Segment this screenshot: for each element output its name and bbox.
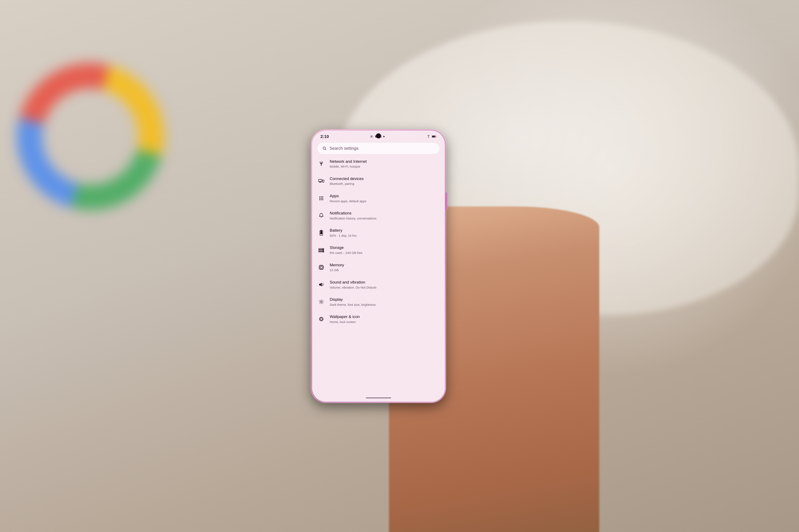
settings-item-sound[interactable]: Sound and vibration Volume, vibration, D…	[312, 276, 445, 293]
settings-item-memory[interactable]: Memory 12 GB	[312, 259, 445, 276]
svg-line-7	[325, 149, 326, 150]
memory-item-subtitle: 12 GB	[330, 268, 440, 272]
connected-devices-item-subtitle: Bluetooth, pairing	[330, 182, 440, 186]
search-icon	[322, 146, 327, 150]
apps-item-subtitle: Recent apps, default apps	[330, 199, 440, 203]
svg-point-15	[321, 196, 322, 197]
sound-icon	[317, 280, 326, 289]
wallpaper-item-subtitle: Home, lock screen	[330, 320, 440, 324]
svg-point-3	[428, 137, 429, 138]
google-logo-background	[17, 63, 164, 210]
notifications-item-title: Notifications	[330, 211, 440, 216]
battery-icon	[317, 229, 326, 237]
svg-rect-5	[432, 136, 435, 137]
screen-content: 2:10	[312, 130, 445, 402]
notifications-item-subtitle: Notification history, conversations	[330, 216, 440, 221]
settings-item-battery[interactable]: Battery 60% · 1 day, 14 hrs	[312, 224, 445, 241]
sound-item-subtitle: Volume, vibration, Do Not Disturb	[330, 285, 440, 290]
battery-item-title: Battery	[330, 228, 440, 233]
connected-devices-item-text: Connected devices Bluetooth, pairing	[330, 176, 440, 186]
battery-status-icon	[432, 135, 436, 138]
svg-marker-46	[319, 283, 322, 286]
settings-item-wallpaper[interactable]: Wallpaper & icon Home, lock screen	[312, 310, 445, 328]
svg-point-16	[322, 196, 323, 197]
bottom-bar	[312, 395, 445, 402]
settings-item-display[interactable]: Display Dark theme, font size, brightnes…	[312, 293, 445, 310]
apps-icon	[317, 194, 326, 203]
wallpaper-item-title: Wallpaper & icon	[330, 314, 440, 320]
camera-hole	[376, 133, 381, 138]
svg-rect-25	[321, 231, 322, 234]
svg-point-0	[371, 136, 372, 137]
svg-rect-32	[320, 265, 323, 269]
svg-rect-11	[319, 182, 322, 183]
storage-icon	[317, 246, 326, 254]
svg-point-20	[320, 199, 320, 200]
display-icon	[317, 298, 326, 306]
settings-item-storage[interactable]: Storage 6% used – 240 GB free	[312, 241, 445, 259]
wifi-icon	[317, 159, 326, 168]
svg-point-49	[320, 318, 322, 320]
svg-point-31	[323, 252, 323, 252]
notifications-item-text: Notifications Notification history, conv…	[330, 211, 440, 220]
svg-marker-2	[383, 136, 385, 137]
sound-item-text: Sound and vibration Volume, vibration, D…	[330, 280, 440, 289]
status-right-icons	[426, 135, 436, 138]
settings-list: Network and Internet Mobile, Wi-Fi, hots…	[312, 154, 445, 395]
apps-item-title: Apps	[330, 193, 440, 199]
svg-point-14	[320, 196, 320, 197]
connected-devices-item-title: Connected devices	[330, 176, 440, 182]
svg-point-30	[323, 250, 323, 251]
phone-screen: 2:10	[312, 130, 445, 402]
svg-point-18	[321, 198, 322, 199]
display-item-title: Display	[330, 297, 440, 302]
storage-item-text: Storage 6% used – 240 GB free	[330, 245, 440, 255]
home-indicator	[366, 397, 391, 398]
network-item-subtitle: Mobile, Wi-Fi, hotspot	[330, 165, 440, 169]
wallpaper-icon	[317, 315, 326, 323]
phone-wrapper: 2:10	[311, 130, 446, 403]
storage-item-subtitle: 6% used – 240 GB free	[330, 251, 440, 255]
settings-status-icon	[370, 135, 373, 138]
memory-item-title: Memory	[330, 263, 440, 268]
devices-icon	[317, 177, 326, 185]
svg-rect-33	[320, 266, 322, 268]
svg-point-8	[321, 165, 322, 166]
wallpaper-item-text: Wallpaper & icon Home, lock screen	[330, 314, 440, 324]
display-item-text: Display Dark theme, font size, brightnes…	[330, 297, 440, 307]
svg-rect-10	[320, 182, 321, 182]
svg-point-29	[323, 249, 323, 249]
battery-item-subtitle: 60% · 1 day, 14 hrs	[330, 233, 440, 238]
settings-item-notifications[interactable]: Notifications Notification history, conv…	[312, 207, 445, 224]
search-bar[interactable]: Search settings	[317, 142, 440, 154]
settings-item-connected-devices[interactable]: Connected devices Bluetooth, pairing	[312, 172, 445, 190]
svg-rect-12	[322, 180, 324, 182]
svg-point-22	[322, 199, 323, 200]
storage-item-title: Storage	[330, 245, 440, 250]
svg-point-21	[321, 199, 322, 200]
status-time: 2:10	[321, 134, 329, 139]
wifi-status-icon	[426, 135, 431, 138]
network-item-title: Network and Internet	[330, 159, 440, 164]
svg-point-47	[321, 301, 322, 303]
svg-point-6	[323, 147, 326, 149]
svg-rect-9	[319, 179, 322, 182]
memory-item-text: Memory 12 GB	[330, 263, 440, 272]
search-placeholder-text: Search settings	[329, 146, 435, 151]
svg-point-19	[322, 198, 323, 199]
apps-item-text: Apps Recent apps, default apps	[330, 193, 440, 203]
memory-icon	[317, 263, 326, 271]
phone-device: 2:10	[311, 130, 446, 403]
sound-item-title: Sound and vibration	[330, 280, 440, 285]
svg-point-17	[320, 198, 320, 199]
settings-item-apps[interactable]: Apps Recent apps, default apps	[312, 190, 445, 207]
display-item-subtitle: Dark theme, font size, brightness	[330, 303, 440, 307]
bell-icon	[317, 211, 326, 220]
battery-item-text: Battery 60% · 1 day, 14 hrs	[330, 228, 440, 238]
network-item-text: Network and Internet Mobile, Wi-Fi, hots…	[330, 159, 440, 169]
settings-item-network[interactable]: Network and Internet Mobile, Wi-Fi, hots…	[312, 155, 445, 172]
play-status-icon	[383, 135, 385, 138]
